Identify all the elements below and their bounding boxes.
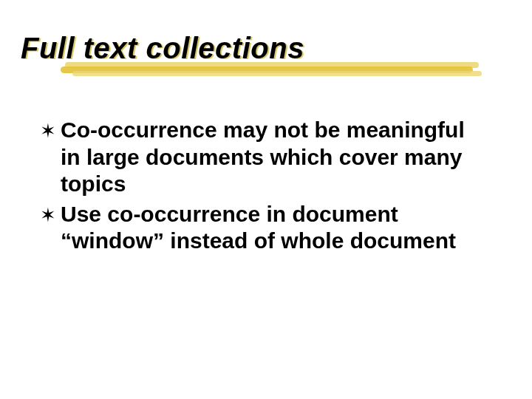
slide-body: ✶ Co-occurrence may not be meaningful in… [40,117,483,258]
bullet-item: ✶ Use co-occurrence in document “window”… [40,201,483,255]
bullet-text: Use co-occurrence in document “window” i… [61,202,456,253]
slide: Full text collections ✶ Co-occurrence ma… [0,0,532,399]
slide-title: Full text collections [21,33,508,64]
bullet-item: ✶ Co-occurrence may not be meaningful in… [40,117,483,198]
bullet-marker-icon: ✶ [40,204,56,228]
title-area: Full text collections [21,33,508,64]
bullet-marker-icon: ✶ [40,120,56,143]
bullet-text: Co-occurrence may not be meaningful in l… [61,117,465,196]
